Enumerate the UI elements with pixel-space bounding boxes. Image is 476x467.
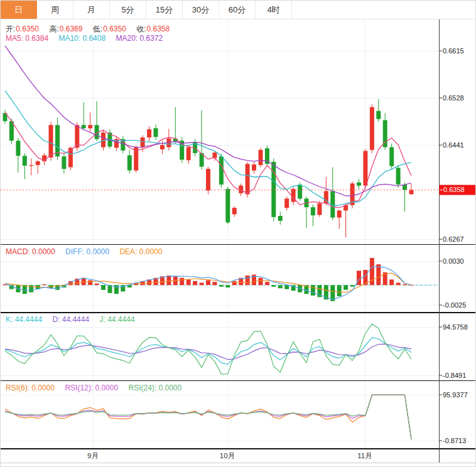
candlestick xyxy=(36,161,40,165)
candlestick xyxy=(337,210,342,217)
candlestick xyxy=(160,145,165,149)
macd-bar xyxy=(284,285,289,289)
candlestick xyxy=(219,156,224,185)
axis-label: 0.6528 xyxy=(443,94,464,102)
candlestick xyxy=(389,148,394,166)
candlestick xyxy=(376,111,381,119)
macd-bar xyxy=(180,278,184,286)
candlestick xyxy=(370,107,374,150)
candlestick xyxy=(55,125,60,156)
x-axis-month-label: 9月 xyxy=(87,452,99,459)
axis-label: 0.6441 xyxy=(443,141,464,149)
macd-bar xyxy=(114,285,119,294)
macd-bar xyxy=(311,285,315,296)
candlestick xyxy=(311,207,315,215)
chart-canvas: 0.66150.65280.64410.62670.0030-0.002594.… xyxy=(1,1,476,467)
main-candlestick-pane xyxy=(3,46,414,237)
x-axis-month-label: 11月 xyxy=(357,452,372,459)
tab-month[interactable]: 月 xyxy=(73,1,110,19)
macd-bar xyxy=(206,281,210,286)
macd-bar xyxy=(357,271,361,285)
macd-bar xyxy=(200,282,204,285)
macd-bar xyxy=(376,264,381,285)
candlestick xyxy=(317,203,322,215)
axis-label: -0.8491 xyxy=(443,372,466,379)
gridlines xyxy=(1,19,440,448)
axis-label: 0.6615 xyxy=(443,47,464,55)
tab-week[interactable]: 周 xyxy=(37,1,73,19)
candlestick xyxy=(409,190,414,195)
candlestick xyxy=(259,150,263,165)
axis-label: 0.6267 xyxy=(443,235,464,243)
axis-label: 94.5758 xyxy=(443,323,468,331)
candlestick xyxy=(127,155,132,170)
candlestick xyxy=(232,208,237,214)
candlestick xyxy=(16,141,20,156)
macd-bar xyxy=(350,285,355,287)
timeframe-tabbar: 日 周 月 5分 15分 30分 60分 4时 xyxy=(1,1,476,19)
macd-bar xyxy=(193,281,197,285)
macd-bar xyxy=(259,278,263,286)
macd-bar xyxy=(212,282,217,285)
macd-bar xyxy=(3,284,8,285)
macd-bar xyxy=(265,282,269,285)
candlestick xyxy=(278,216,283,221)
candlestick xyxy=(29,165,33,166)
axis-label: 0.0030 xyxy=(443,257,464,265)
macd-bar xyxy=(23,285,27,294)
macd-bar xyxy=(88,281,92,286)
macd-bar xyxy=(42,284,46,285)
tab-30min[interactable]: 30分 xyxy=(183,1,219,19)
axis-label: 95.9377 xyxy=(443,391,468,399)
tab-day[interactable]: 日 xyxy=(1,1,37,19)
candlestick xyxy=(363,151,367,186)
kline-chart-app: 0.66150.65280.64410.62670.0030-0.002594.… xyxy=(0,0,476,467)
candlestick xyxy=(396,168,401,185)
tab-4hour[interactable]: 4时 xyxy=(256,1,292,19)
macd-bar xyxy=(219,285,224,287)
candlestick xyxy=(88,125,92,128)
candlestick xyxy=(298,185,302,198)
candlestick xyxy=(49,125,53,158)
candlestick xyxy=(62,156,66,169)
kdj-pane xyxy=(5,324,411,374)
macd-bar xyxy=(337,285,342,296)
tab-5min[interactable]: 5分 xyxy=(110,1,146,19)
candlestick xyxy=(147,129,151,137)
candlestick xyxy=(82,125,86,128)
candlestick xyxy=(403,185,407,190)
macd-bar xyxy=(278,285,283,288)
macd-bar xyxy=(101,285,105,290)
candlestick xyxy=(23,156,27,165)
candlestick xyxy=(154,128,158,137)
candlestick xyxy=(141,137,145,148)
candlestick xyxy=(187,148,191,161)
macd-bar xyxy=(166,276,171,285)
candlestick xyxy=(225,189,230,223)
rsi-pane xyxy=(5,395,411,439)
candlestick xyxy=(284,198,289,208)
current-price-text: 0.6358 xyxy=(443,186,465,193)
candlestick xyxy=(212,153,217,158)
x-axis-month-label: 10月 xyxy=(220,452,235,459)
macd-bar xyxy=(389,279,394,285)
macd-pane xyxy=(3,258,438,301)
macd-bar xyxy=(95,284,99,286)
tab-15min[interactable]: 15分 xyxy=(146,1,183,19)
macd-bar xyxy=(396,282,401,285)
macd-bar xyxy=(271,285,276,287)
candlestick xyxy=(357,183,361,186)
candlestick xyxy=(252,164,256,171)
macd-bar xyxy=(187,279,191,285)
candlestick xyxy=(206,169,210,191)
axis-label: -0.8713 xyxy=(443,437,466,444)
macd-bar xyxy=(246,276,250,285)
axis-label: -0.0025 xyxy=(443,301,466,309)
macd-bar xyxy=(225,285,230,287)
macd-bar xyxy=(232,281,237,285)
tab-60min[interactable]: 60分 xyxy=(219,1,256,19)
macd-bar xyxy=(403,284,407,285)
macd-bar xyxy=(343,285,348,290)
